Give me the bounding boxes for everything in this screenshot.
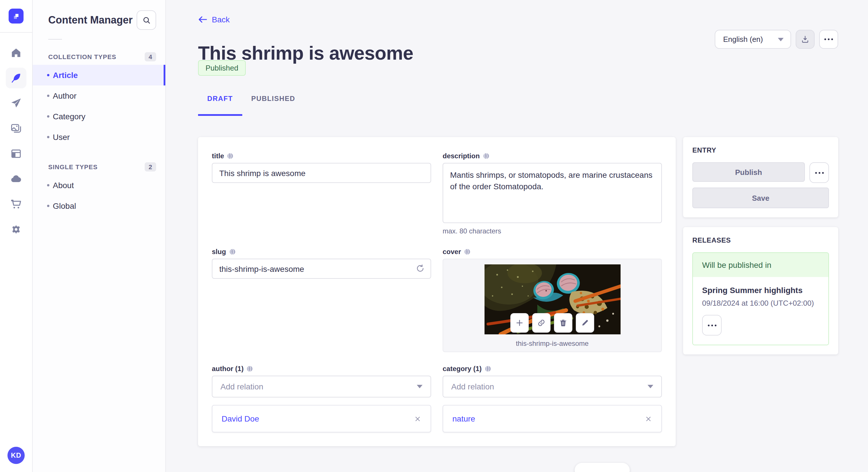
more-horizontal-icon <box>828 38 830 40</box>
sidebar-item-author[interactable]: Author <box>32 86 165 106</box>
sidebar-item-article[interactable]: Article <box>32 65 165 86</box>
sidebar-item-about[interactable]: About <box>32 175 165 196</box>
publish-button[interactable]: Publish <box>692 162 805 182</box>
collection-types-count-badge: 4 <box>145 52 156 61</box>
title-input[interactable] <box>212 163 431 183</box>
remove-author-button[interactable] <box>412 413 423 424</box>
cover-image <box>484 264 620 334</box>
user-avatar[interactable]: KD <box>7 447 25 464</box>
sidebar-item-label: User <box>53 133 70 142</box>
sidebar-item-label: Category <box>53 112 86 121</box>
author-relation-item: David Doe <box>212 405 431 432</box>
releases-panel: RELEASES Will be published in Spring Sum… <box>683 227 838 355</box>
back-label: Back <box>212 15 229 24</box>
entry-panel: ENTRY Publish Save <box>683 137 838 217</box>
sidebar-item-global[interactable]: Global <box>32 196 165 216</box>
paper-plane-icon[interactable] <box>6 93 26 113</box>
author-label: author (1) <box>212 365 244 373</box>
locale-value: English (en) <box>723 35 763 43</box>
description-label: description <box>443 152 479 160</box>
regenerate-icon[interactable] <box>415 264 425 275</box>
app-window: KD Content Manager COLLECTION TYPES 4 Ar… <box>0 0 868 472</box>
category-placeholder: Add relation <box>451 382 494 391</box>
cover-label: cover <box>443 248 461 256</box>
rail-nav <box>0 33 32 244</box>
bottom-floating-pill[interactable] <box>575 463 630 472</box>
cart-icon[interactable] <box>6 194 26 214</box>
edit-asset-button[interactable] <box>576 313 594 333</box>
globe-icon <box>229 248 236 255</box>
layout-builder-icon[interactable] <box>6 143 26 164</box>
sidebar-item-label: Article <box>53 71 78 80</box>
gear-icon[interactable] <box>6 219 26 240</box>
category-relation-item: nature <box>443 405 662 432</box>
sidebar-item-label: Global <box>53 201 76 210</box>
globe-icon <box>247 365 253 372</box>
section-label-single-types: SINGLE TYPES <box>48 164 98 170</box>
sidebar-item-user[interactable]: User <box>32 127 165 147</box>
strapi-logo[interactable] <box>9 9 24 24</box>
sidebar-title: Content Manager <box>48 14 133 26</box>
cover-asset-card: this-shrimp-is-awesome <box>443 259 662 352</box>
cover-caption: this-shrimp-is-awesome <box>516 339 588 347</box>
section-label-collection-types: COLLECTION TYPES <box>48 53 116 60</box>
title-label: title <box>212 152 224 160</box>
right-sidebar: ENTRY Publish Save RELEASES Will be publ… <box>683 137 838 355</box>
field-author: author (1) Add relation David Doe <box>212 365 431 432</box>
search-button[interactable] <box>136 10 156 30</box>
author-placeholder: Add relation <box>220 382 263 391</box>
header-more-button[interactable] <box>819 30 838 49</box>
category-relation-select[interactable]: Add relation <box>443 376 662 398</box>
strapi-logo-icon <box>11 11 21 21</box>
field-title: title <box>212 152 431 235</box>
tab-published[interactable]: PUBLISHED <box>242 95 304 114</box>
pencil-icon <box>581 319 589 327</box>
add-asset-button[interactable] <box>510 313 529 333</box>
sidebar-divider <box>48 39 62 40</box>
more-horizontal-icon <box>711 324 713 326</box>
sidebar-item-label: Author <box>53 91 76 100</box>
back-link[interactable]: Back <box>198 15 229 24</box>
description-helper: max. 80 characters <box>443 227 662 235</box>
globe-icon <box>483 153 489 160</box>
tab-draft[interactable]: DRAFT <box>198 95 242 116</box>
chevron-down-icon <box>417 385 423 388</box>
media-library-icon[interactable] <box>6 118 26 139</box>
arrow-left-icon <box>198 15 207 24</box>
delete-asset-button[interactable] <box>554 313 572 333</box>
cloud-icon[interactable] <box>6 169 26 189</box>
main-nav-rail: KD <box>0 0 33 472</box>
globe-icon <box>464 248 471 255</box>
sidebar-item-label: About <box>53 181 74 190</box>
release-status: Will be published in <box>693 253 828 277</box>
category-relation-link[interactable]: nature <box>453 414 475 423</box>
cover-toolbar <box>510 313 594 333</box>
sidebar-item-category[interactable]: Category <box>32 106 165 127</box>
entry-panel-title: ENTRY <box>692 146 829 154</box>
locale-select[interactable]: English (en) <box>714 30 791 49</box>
download-icon <box>801 35 809 43</box>
copy-link-button[interactable] <box>532 313 551 333</box>
edit-form-card: title description <box>198 137 676 446</box>
author-relation-select[interactable]: Add relation <box>212 376 431 398</box>
header-toolbar: English (en) <box>714 30 838 49</box>
release-card: Will be published in Spring Summer highl… <box>692 252 829 345</box>
slug-input[interactable] <box>212 259 431 279</box>
single-types-count-badge: 2 <box>145 162 156 171</box>
entry-more-button[interactable] <box>809 162 829 183</box>
plus-icon <box>516 319 524 327</box>
globe-icon <box>485 365 491 372</box>
chevron-down-icon <box>778 38 784 41</box>
more-horizontal-icon <box>818 172 820 173</box>
author-relation-link[interactable]: David Doe <box>222 414 259 423</box>
release-name: Spring Summer highlights <box>702 285 819 295</box>
remove-category-button[interactable] <box>643 413 653 424</box>
feather-content-icon[interactable] <box>6 68 26 88</box>
home-icon[interactable] <box>6 42 26 63</box>
globe-icon <box>227 153 234 160</box>
field-description: description Mantis shrimps, or stomatopo… <box>443 152 662 235</box>
download-button[interactable] <box>796 30 815 49</box>
release-more-button[interactable] <box>702 315 722 336</box>
save-button[interactable]: Save <box>692 188 829 208</box>
description-textarea[interactable]: Mantis shrimps, or stomatopods, are mari… <box>443 163 662 223</box>
